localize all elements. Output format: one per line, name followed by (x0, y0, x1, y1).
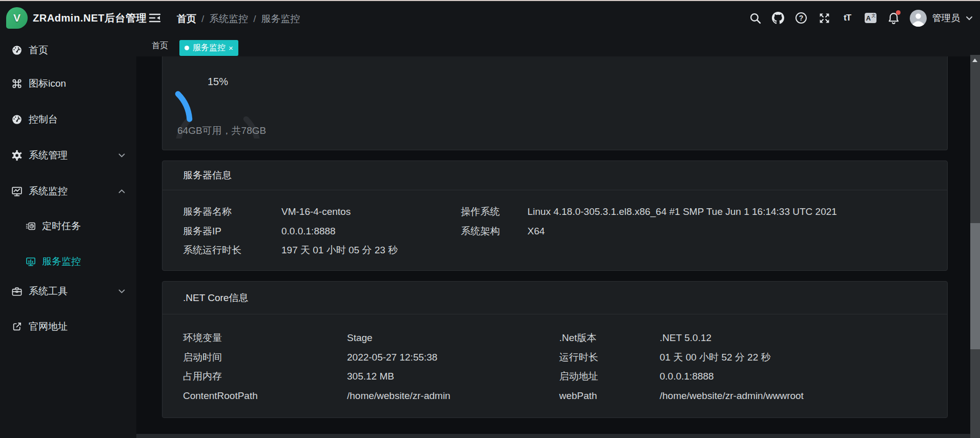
field-value: /home/website/zr-admin/wwwroot (660, 390, 804, 402)
breadcrumb-separator: / (253, 13, 256, 25)
field-label: 占用内存 (183, 370, 222, 383)
active-tab-dot (185, 46, 189, 50)
user-avatar-button[interactable] (910, 10, 927, 27)
breadcrumb-separator: / (201, 13, 204, 25)
breadcrumb-system-monitor[interactable]: 系统监控 (209, 12, 248, 26)
github-button[interactable] (771, 11, 785, 25)
breadcrumb-home[interactable]: 首页 (177, 12, 196, 26)
field-value: 0.0.0.1:8888 (281, 225, 336, 237)
field-label: 运行时长 (559, 351, 598, 364)
sidebar-item-system-management[interactable]: 系统管理 (0, 141, 136, 170)
sidebar-item-home[interactable]: 首页 (0, 36, 136, 65)
sidebar-item-service-monitor[interactable]: 服务监控 (0, 247, 136, 276)
field-label: webPath (559, 390, 597, 402)
chevron-up-icon (118, 189, 125, 193)
font-size-button[interactable]: tT (841, 11, 854, 25)
tab-home[interactable]: 首页 (152, 41, 168, 51)
sidebar-item-official-site[interactable]: 官网地址 (0, 312, 136, 341)
field-value: 305.12 MB (347, 370, 394, 383)
command-icon (11, 78, 23, 89)
field-value: Linux 4.18.0-305.3.1.el8.x86_64 #1 SMP T… (527, 206, 837, 218)
card-title: 服务器信息 (162, 169, 232, 182)
tab-service-monitor[interactable]: 服务监控 × (179, 40, 238, 56)
field-label: 启动时间 (183, 351, 222, 364)
field-label: ContentRootPath (183, 390, 258, 402)
menu-fold-icon (149, 12, 161, 24)
horizontal-scrollbar-track[interactable] (136, 434, 970, 438)
search-button[interactable] (748, 11, 762, 25)
card-header: 服务器信息 (162, 161, 947, 190)
disk-space-note: 64GB可用，共78GB (177, 124, 266, 137)
notification-badge (896, 10, 901, 15)
gauge-percent-label: 15% (208, 76, 228, 88)
monitor-chart-icon (11, 186, 23, 197)
main-content: 15% 64GB可用，共78GB 服务器信息 服务器名称 VM-16-4-cen… (136, 56, 970, 438)
chevron-down-icon (118, 153, 125, 157)
sidebar-item-scheduled-tasks[interactable]: 定时任务 (0, 212, 136, 241)
field-label: 系统运行时长 (183, 244, 241, 256)
help-button[interactable]: ? (794, 11, 808, 25)
field-label: 环境变量 (183, 332, 222, 344)
sidebar-item-console[interactable]: 控制台 (0, 105, 136, 134)
notification-button[interactable] (887, 11, 900, 25)
server-info-card: 服务器信息 服务器名称 VM-16-4-centos 操作系统 Linux 4.… (162, 161, 948, 271)
app-window: V ZRAdmin.NET后台管理 首页 / 系统监控 / 服务监控 (0, 0, 980, 438)
avatar (910, 10, 927, 27)
header-bar: V ZRAdmin.NET后台管理 首页 / 系统监控 / 服务监控 (0, 1, 980, 35)
field-value: .NET 5.0.12 (660, 332, 711, 344)
field-value: /home/website/zr-admin (347, 390, 451, 402)
chevron-down-icon (118, 289, 125, 293)
dashboard-icon (11, 114, 23, 125)
fullscreen-icon (819, 12, 830, 24)
field-label: 服务器名称 (183, 206, 232, 218)
dotnet-info-card: .NET Core信息 环境变量 Stage .Net版本 .NET 5.0.1… (162, 281, 948, 418)
app-title: ZRAdmin.NET后台管理 (33, 11, 147, 25)
header-toolbar: ? tT A (748, 1, 973, 35)
sidebar-item-system-monitor[interactable]: 系统监控 (0, 177, 136, 206)
help-icon: ? (795, 12, 807, 24)
breadcrumb-service-monitor: 服务监控 (261, 12, 300, 26)
field-value: 01 天 00 小时 52 分 22 秒 (660, 351, 771, 364)
tab-close-icon[interactable]: × (229, 44, 233, 52)
field-value: Stage (347, 332, 373, 344)
sidebar-item-system-tools[interactable]: 系统工具 (0, 277, 136, 306)
disk-gauge-card: 15% 64GB可用，共78GB (162, 56, 948, 150)
sidebar-fold-button[interactable] (149, 12, 161, 24)
gear-icon (11, 150, 23, 161)
user-icon (910, 10, 927, 27)
timer-icon (26, 221, 36, 231)
card-header: .NET Core信息 (162, 282, 947, 314)
field-label: .Net版本 (559, 332, 597, 344)
scroll-up-arrow[interactable] (972, 58, 977, 62)
external-link-icon (11, 321, 23, 332)
toolbox-icon (11, 286, 23, 297)
fullscreen-button[interactable] (818, 11, 831, 25)
tags-view-bar: 首页 服务监控 × (136, 35, 980, 56)
dashboard-icon (11, 45, 23, 56)
field-label: 系统架构 (461, 225, 500, 237)
card-title: .NET Core信息 (162, 291, 248, 305)
font-size-icon: tT (844, 13, 851, 23)
field-value: VM-16-4-centos (281, 206, 351, 218)
vertical-scrollbar-thumb[interactable] (970, 223, 980, 349)
search-icon (749, 12, 761, 24)
field-label: 启动地址 (559, 370, 598, 383)
sidebar-nav: 首页 图标icon 控制台 (0, 35, 136, 438)
server-monitor-icon (26, 256, 36, 267)
svg-text:?: ? (799, 14, 804, 22)
field-value: 2022-05-27 12:55:38 (347, 351, 437, 364)
language-icon: A 文 (865, 13, 876, 23)
language-button[interactable]: A 文 (864, 11, 877, 25)
sidebar-item-icons[interactable]: 图标icon (0, 69, 136, 98)
field-value: X64 (527, 225, 545, 237)
breadcrumb: 首页 / 系统监控 / 服务监控 (177, 12, 300, 26)
field-label: 操作系统 (461, 206, 500, 218)
field-value: 197 天 01 小时 05 分 23 秒 (281, 244, 398, 256)
github-icon (772, 12, 784, 24)
field-label: 服务器IP (183, 225, 221, 237)
field-value: 0.0.0.1:8888 (660, 370, 714, 383)
chevron-down-icon[interactable] (966, 16, 973, 21)
logo-letter: V (13, 12, 21, 24)
app-logo: V (6, 7, 28, 29)
username-label[interactable]: 管理员 (932, 12, 960, 24)
